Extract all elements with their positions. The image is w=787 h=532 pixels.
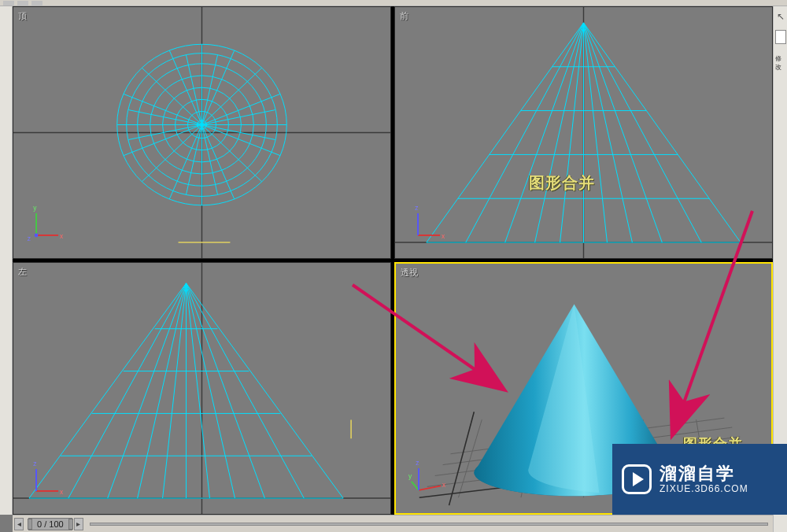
frame-slider[interactable]: 0 / 100	[28, 518, 72, 530]
left-gutter	[0, 6, 13, 515]
svg-line-52	[535, 23, 584, 242]
svg-line-66	[187, 283, 344, 498]
viewport-front[interactable]: 前	[394, 6, 773, 259]
top-toolbar[interactable]	[0, 0, 787, 6]
toolbar-button[interactable]	[3, 1, 14, 6]
viewport-top[interactable]: 顶	[13, 6, 391, 259]
viewport-label-top: 顶	[18, 10, 27, 22]
svg-line-50	[466, 23, 584, 242]
left-view-canvas	[13, 263, 390, 514]
frame-indicator: 0 / 100	[37, 519, 64, 529]
cursor-icon: ↖	[777, 11, 785, 22]
watermark-brand: 溜溜自学	[660, 464, 748, 483]
svg-line-44	[584, 23, 741, 242]
front-view-canvas	[395, 7, 772, 258]
svg-line-58	[584, 23, 702, 242]
svg-line-78	[187, 283, 235, 498]
viewport-left[interactable]: 左	[13, 262, 391, 515]
watermark-url: ZIXUE.3D66.COM	[660, 483, 748, 494]
toolbar-button[interactable]	[31, 1, 42, 6]
viewport-label-left: 左	[18, 266, 27, 278]
time-slider-bar[interactable]: ◂ 0 / 100 ▸	[13, 515, 773, 532]
modifier-label: 修改	[775, 54, 786, 72]
viewport-label-perspective: 透视	[401, 267, 418, 279]
svg-line-65	[29, 283, 187, 498]
svg-line-56	[584, 23, 633, 242]
svg-line-74	[138, 283, 187, 498]
svg-line-80	[187, 283, 305, 498]
toolbar-button[interactable]	[17, 1, 28, 6]
panel-field[interactable]	[775, 30, 786, 44]
svg-line-72	[68, 283, 187, 498]
top-view-canvas	[13, 7, 390, 258]
play-icon	[622, 464, 652, 494]
viewport-label-front: 前	[400, 10, 408, 22]
scroll-left-button[interactable]: ◂	[14, 518, 24, 530]
timeline-track[interactable]	[90, 523, 768, 526]
annotation-shape-merge: 图形合并	[529, 172, 595, 194]
viewport-grid: 顶	[13, 6, 773, 515]
watermark: 溜溜自学 ZIXUE.3D66.COM	[612, 444, 787, 515]
scroll-right-button[interactable]: ▸	[74, 518, 83, 530]
svg-line-43	[427, 23, 584, 242]
